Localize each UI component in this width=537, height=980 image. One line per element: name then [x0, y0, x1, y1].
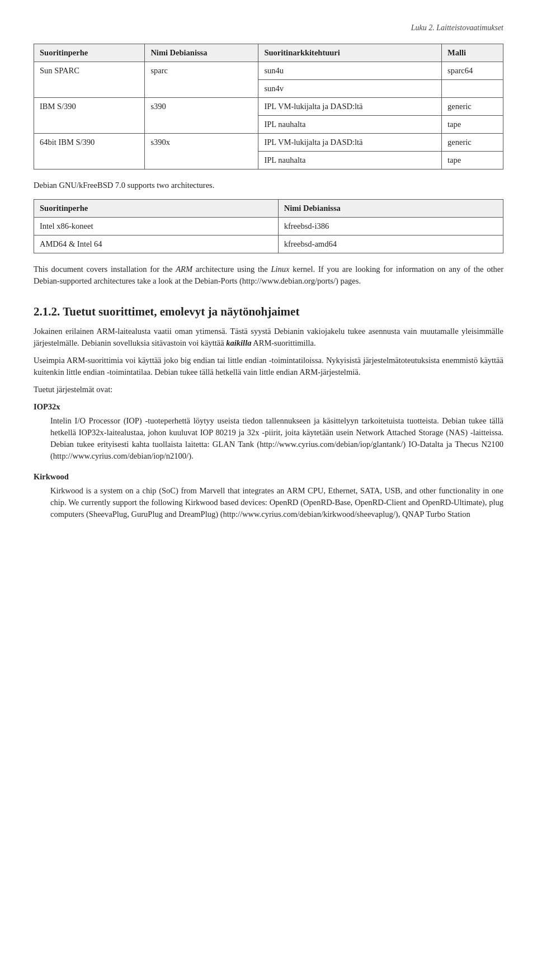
- table-row: Intel x86-koneet kfreebsd-i386: [34, 218, 503, 235]
- table2-col-nimi: Nimi Debianissa: [278, 200, 503, 218]
- table-row: AMD64 & Intel 64 kfreebsd-amd64: [34, 235, 503, 253]
- list-item-kirkwood: Kirkwood Kirkwood is a system on a chip …: [34, 471, 503, 520]
- intro-text: Debian GNU/kFreeBSD 7.0 supports two arc…: [34, 180, 503, 191]
- arm-intro-text: This document covers installation for th…: [34, 263, 503, 287]
- cell-sun4u: sun4u: [258, 62, 442, 80]
- cell-ibm-s390: IBM S/390: [34, 98, 145, 134]
- cell-ipl-vm1: IPL VM-lukijalta ja DASD:ltä: [258, 98, 442, 116]
- cell-intel-x86: Intel x86-koneet: [34, 218, 279, 235]
- cell-generic2: generic: [442, 134, 503, 152]
- cell-empty1: [442, 80, 503, 98]
- cell-ipl-vm2: IPL VM-lukijalta ja DASD:ltä: [258, 134, 442, 152]
- table-row: Sun SPARC sparc sun4u sparc64: [34, 62, 503, 80]
- section-number: 2.1.2.: [34, 305, 60, 318]
- cell-generic1: generic: [442, 98, 503, 116]
- list-label-iop32x: IOP32x: [34, 401, 503, 413]
- list-item-iop32x: IOP32x Intelin I/O Processor (IOP) -tuot…: [34, 401, 503, 462]
- table-row: 64bit IBM S/390 s390x IPL VM-lukijalta j…: [34, 134, 503, 152]
- cell-ipl-nauhalta1: IPL nauhalta: [258, 116, 442, 134]
- cell-tape1: tape: [442, 116, 503, 134]
- table1-col-suoritinperhe: Suoritinperhe: [34, 44, 145, 62]
- table1-col-nimi: Nimi Debianissa: [145, 44, 258, 62]
- cell-sparc64: sparc64: [442, 62, 503, 80]
- table-row: IBM S/390 s390 IPL VM-lukijalta ja DASD:…: [34, 98, 503, 116]
- para1: Jokainen erilainen ARM-laitealusta vaati…: [34, 326, 503, 349]
- section-heading-block: 2.1.2. Tuetut suorittimet, emolevyt ja n…: [34, 303, 503, 320]
- list-label-kirkwood: Kirkwood: [34, 471, 503, 483]
- cell-s390: s390: [145, 98, 258, 134]
- table2-col-suoritinperhe: Suoritinperhe: [34, 200, 279, 218]
- cell-tape2: tape: [442, 152, 503, 169]
- table1: Suoritinperhe Nimi Debianissa Suoritinar…: [34, 44, 503, 169]
- table2: Suoritinperhe Nimi Debianissa Intel x86-…: [34, 199, 503, 253]
- cell-s390x: s390x: [145, 134, 258, 169]
- cell-64bit-ibm: 64bit IBM S/390: [34, 134, 145, 169]
- cell-kfreebsd-amd64: kfreebsd-amd64: [278, 235, 503, 253]
- table1-col-arkkitehtuuri: Suoritinarkkitehtuuri: [258, 44, 442, 62]
- cell-sparc: sparc: [145, 62, 258, 98]
- cell-sun-sparc: Sun SPARC: [34, 62, 145, 98]
- list-content-kirkwood: Kirkwood is a system on a chip (SoC) fro…: [34, 485, 503, 520]
- para3: Tuetut järjestelmät ovat:: [34, 384, 503, 395]
- page-header: Luku 2. Laitteistovaatimukset: [34, 22, 503, 34]
- cell-kfreebsd-i386: kfreebsd-i386: [278, 218, 503, 235]
- para2: Useimpia ARM-suorittimia voi käyttää jok…: [34, 355, 503, 378]
- cell-amd64: AMD64 & Intel 64: [34, 235, 279, 253]
- list-content-iop32x: Intelin I/O Processor (IOP) -tuoteperhet…: [34, 415, 503, 462]
- table1-col-malli: Malli: [442, 44, 503, 62]
- cell-sun4v: sun4v: [258, 80, 442, 98]
- cell-ipl-nauhalta2: IPL nauhalta: [258, 152, 442, 169]
